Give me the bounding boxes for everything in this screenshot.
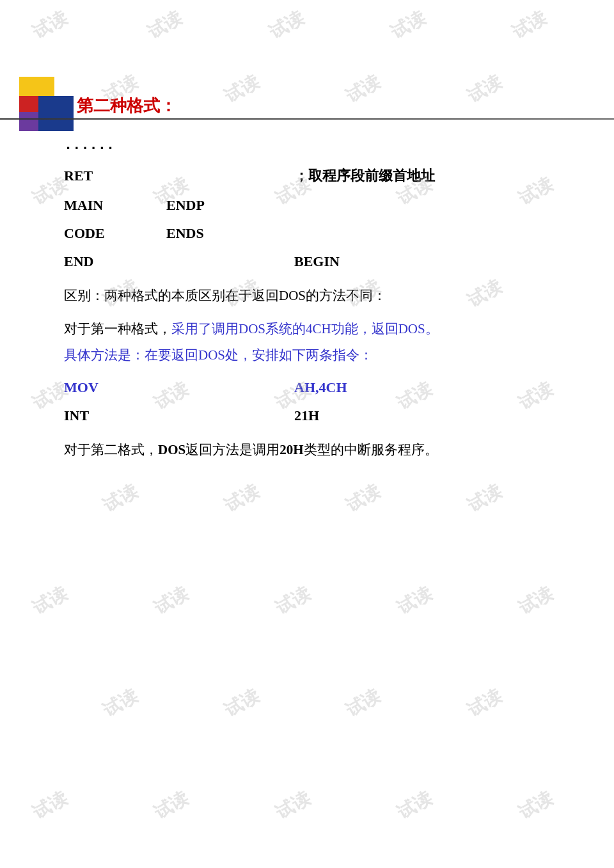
watermark-text: 试读 [463, 70, 506, 109]
watermark-text: 试读 [342, 684, 384, 723]
ends-keyword: ENDS [166, 225, 243, 242]
main-keyword: MAIN [64, 197, 166, 214]
watermark-text: 试读 [98, 479, 141, 518]
watermark-text: 试读 [220, 70, 263, 109]
code-line-mov: MOV AH,4CH [64, 379, 588, 396]
watermark-text: 试读 [150, 581, 193, 620]
distinction-text: 区别：两种格式的本质区别在于返回DOS的方法不同： [64, 285, 588, 307]
watermark-text: 试读 [28, 786, 71, 825]
watermark-text: 试读 [463, 479, 506, 518]
format2-dos-bold: DOS [158, 442, 185, 457]
endp-keyword: ENDP [166, 197, 243, 214]
ret-comment: ；取程序段前缀首地址 [294, 166, 435, 185]
watermark-text: 试读 [393, 581, 436, 620]
mov-keyword: MOV [64, 379, 166, 396]
int-keyword: INT [64, 407, 166, 424]
watermark-text: 试读 [342, 479, 384, 518]
main-content: ...... RET ；取程序段前缀首地址 MAIN ENDP CODE END… [64, 125, 588, 466]
watermark-text: 试读 [342, 70, 384, 109]
watermark-text: 试读 [98, 684, 141, 723]
mov-value: AH,4CH [294, 379, 347, 396]
deco-purple-block [19, 112, 38, 131]
code-line-main-endp: MAIN ENDP [64, 197, 588, 214]
watermark-text: 试读 [463, 684, 506, 723]
code-line-int: INT 21H [64, 407, 588, 424]
watermark-text: 试读 [220, 479, 263, 518]
ret-keyword: RET [64, 168, 166, 184]
format1-blue2: 具体方法是：在要返回DOS处，安排如下两条指令： [64, 347, 373, 363]
format2-suffix2: 类型的中断服务程序。 [304, 442, 438, 457]
format1-blue1: 采用了调用DOS系统的4CH功能，返回DOS。 [171, 321, 439, 336]
code-keyword: CODE [64, 225, 166, 242]
watermark-text: 试读 [514, 786, 557, 825]
ellipsis-line: ...... [64, 138, 588, 154]
watermark-text: 试读 [28, 581, 71, 620]
code-line-ret: RET ；取程序段前缀首地址 [64, 166, 588, 185]
watermark-text: 试读 [393, 786, 436, 825]
watermark-text: 试读 [271, 786, 314, 825]
watermark-text: 试读 [28, 6, 71, 45]
int-value: 21H [294, 407, 319, 424]
begin-value: BEGIN [294, 253, 340, 270]
format2-20h-bold: 20H [279, 442, 303, 457]
watermark-text: 试读 [271, 581, 314, 620]
watermark-text: 试读 [265, 6, 308, 45]
watermark-text: 试读 [143, 6, 186, 45]
watermark-text: 试读 [514, 581, 557, 620]
code-line-end-begin: END BEGIN [64, 253, 588, 270]
watermark-text: 试读 [508, 6, 551, 45]
watermark-text: 试读 [150, 786, 193, 825]
format1-text: 对于第一种格式，采用了调用DOS系统的4CH功能，返回DOS。 [64, 319, 588, 340]
format2-suffix1: 返回方法是调用 [185, 442, 279, 457]
watermark-text: 试读 [220, 684, 263, 723]
distinction-label: 区别：两种格式的本质区别在于返回DOS的方法不同： [64, 288, 386, 303]
format1-text2: 具体方法是：在要返回DOS处，安排如下两条指令： [64, 345, 588, 367]
format2-prefix: 对于第二格式， [64, 442, 158, 457]
format2-text: 对于第二格式，DOS返回方法是调用20H类型的中断服务程序。 [64, 439, 588, 461]
watermark-text: 试读 [386, 6, 429, 45]
divider-line [0, 118, 614, 120]
code-line-code-ends: CODE ENDS [64, 225, 588, 242]
section-header: 第二种格式： [77, 95, 177, 117]
end-keyword: END [64, 253, 166, 270]
format1-prefix: 对于第一种格式， [64, 321, 171, 336]
